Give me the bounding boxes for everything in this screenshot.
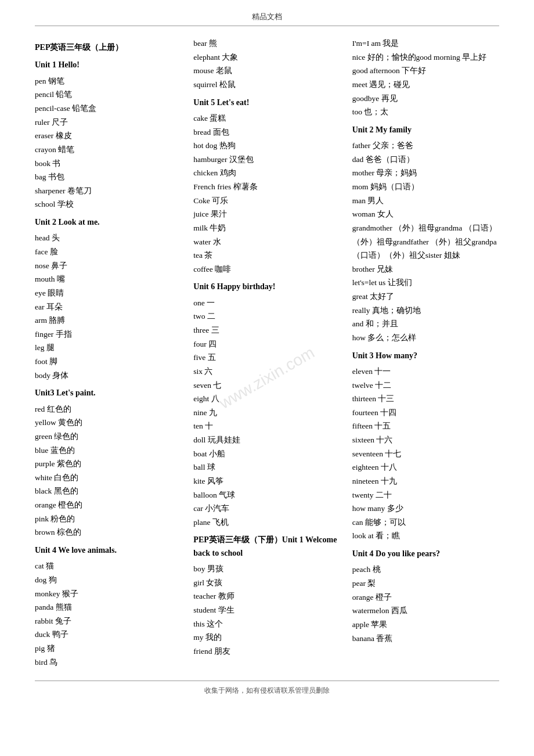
vocab-item: five 五 <box>193 351 340 365</box>
vocab-item: arm 胳膊 <box>35 314 182 327</box>
vocab-item: head 头 <box>35 231 182 245</box>
vocab-item: mouse 老鼠 <box>193 64 340 78</box>
vocab-item: sixteen 十六 <box>352 433 499 447</box>
vocab-item: pencil-case 铅笔盒 <box>35 102 182 116</box>
vocab-item: green 绿色的 <box>35 430 182 444</box>
vocab-item: purple 紫色的 <box>35 457 182 471</box>
vocab-item: blue 蓝色的 <box>35 444 182 458</box>
vocab-item: monkey 猴子 <box>35 587 182 601</box>
vocab-item: can 能够；可以 <box>352 516 499 530</box>
vocab-item: three 三 <box>193 323 340 337</box>
vocab-item: four 四 <box>193 337 340 351</box>
vocab-item: yellow 黄色的 <box>35 416 182 430</box>
vocab-item: fifteen 十五 <box>352 419 499 433</box>
vocab-item: hot dog 热狗 <box>193 139 340 153</box>
vocab-item: red 红色的 <box>35 402 182 416</box>
unit-heading: PEP英语三年级（下册）Unit 1 Welcome back to schoo… <box>193 534 340 560</box>
vocab-item: French fries 榨薯条 <box>193 180 340 194</box>
vocab-item: dad 爸爸（口语） <box>352 153 499 167</box>
vocab-item: banana 香蕉 <box>352 632 499 646</box>
vocab-item: foot 脚 <box>35 355 182 369</box>
vocab-item: bird 鸟 <box>35 656 182 669</box>
vocab-item: girl 女孩 <box>193 576 340 590</box>
vocab-item: car 小汽车 <box>193 502 340 516</box>
vocab-item: nose 鼻子 <box>35 259 182 273</box>
vocab-item: ruler 尺子 <box>35 116 182 129</box>
vocab-item: plane 飞机 <box>193 516 340 530</box>
unit-heading: Unit 6 Happy birthday! <box>193 280 340 293</box>
unit-heading: Unit 2 Look at me. <box>35 216 182 229</box>
unit-heading: Unit 2 My family <box>352 124 499 136</box>
vocab-item: brown 棕色的 <box>35 525 182 539</box>
vocab-item: mom 妈妈（口语） <box>352 180 499 194</box>
unit-heading: Unit 4 Do you like pears? <box>352 548 499 560</box>
vocab-item: pig 猪 <box>35 642 182 656</box>
vocab-item: elephant 大象 <box>193 51 340 64</box>
footer-text: 收集于网络，如有侵权请联系管理员删除 <box>204 686 330 694</box>
vocab-item: cat 猫 <box>35 559 182 573</box>
vocab-item: apple 苹果 <box>352 618 499 632</box>
vocab-item: book 书 <box>35 157 182 171</box>
vocab-item: friend 朋友 <box>193 645 340 658</box>
unit-heading: Unit 5 Let's eat! <box>193 96 340 109</box>
vocab-item: Coke 可乐 <box>193 194 340 208</box>
content-area: PEP英语三年级（上册）Unit 1 Hello!pen 钢笔pencil 铅笔… <box>35 37 499 669</box>
page: 精品文档 www.zixin.com PEP英语三年级（上册）Unit 1 He… <box>0 0 534 756</box>
vocab-item: eleven 十一 <box>352 365 499 379</box>
vocab-item: mother 母亲；妈妈 <box>352 166 499 180</box>
unit-heading: Unit 1 Hello! <box>35 59 182 71</box>
vocab-item: cake 蛋糕 <box>193 111 340 125</box>
vocab-item: great 太好了 <box>352 290 499 304</box>
vocab-item: duck 鸭子 <box>35 628 182 642</box>
vocab-item: grandmother （外）祖母grandma （口语）（外）祖母grandf… <box>352 221 499 262</box>
vocab-item: eye 眼睛 <box>35 286 182 300</box>
vocab-item: orange 橙子 <box>352 591 499 604</box>
vocab-item: twenty 二十 <box>352 488 499 502</box>
vocab-item: nineteen 十九 <box>352 474 499 488</box>
vocab-item: peach 桃 <box>352 563 499 577</box>
vocab-item: too 也；太 <box>352 105 499 119</box>
vocab-item: woman 女人 <box>352 207 499 221</box>
vocab-item: black 黑色的 <box>35 484 182 498</box>
vocab-item: I'm=I am 我是 <box>352 37 499 51</box>
vocab-item: goodbye 再见 <box>352 92 499 106</box>
vocab-item: father 父亲；爸爸 <box>352 139 499 153</box>
vocab-item: milk 牛奶 <box>193 221 340 235</box>
vocab-item: boat 小船 <box>193 447 340 461</box>
vocab-item: sharpener 卷笔刀 <box>35 184 182 198</box>
vocab-item: ear 耳朵 <box>35 300 182 314</box>
vocab-item: teacher 教师 <box>193 589 340 603</box>
bottom-footer: 收集于网络，如有侵权请联系管理员删除 <box>35 681 499 696</box>
vocab-item: nice 好的；愉快的good morning 早上好good afternoo… <box>352 51 499 78</box>
vocab-item: dog 狗 <box>35 573 182 587</box>
vocab-item: coffee 咖啡 <box>193 262 340 276</box>
vocab-item: hamburger 汉堡包 <box>193 153 340 167</box>
vocab-item: look at 看；瞧 <box>352 529 499 543</box>
vocab-item: eighteen 十八 <box>352 460 499 474</box>
vocab-item: leg 腿 <box>35 341 182 355</box>
column-2: bear 熊elephant 大象mouse 老鼠squirrel 松鼠Unit… <box>187 37 346 669</box>
top-header: 精品文档 <box>35 12 499 26</box>
vocab-item: really 真地；确切地 <box>352 304 499 318</box>
vocab-item: eight 八 <box>193 392 340 406</box>
vocab-item: water 水 <box>193 235 340 249</box>
vocab-item: finger 手指 <box>35 327 182 341</box>
vocab-item: chicken 鸡肉 <box>193 166 340 180</box>
vocab-item: nine 九 <box>193 406 340 420</box>
vocab-item: brother 兄妹 <box>352 262 499 276</box>
vocab-item: body 身体 <box>35 369 182 383</box>
vocab-item: boy 男孩 <box>193 562 340 576</box>
vocab-item: seventeen 十七 <box>352 447 499 461</box>
column-1: PEP英语三年级（上册）Unit 1 Hello!pen 钢笔pencil 铅笔… <box>35 37 187 669</box>
header-title: 精品文档 <box>252 12 282 21</box>
vocab-item: white 白色的 <box>35 471 182 485</box>
vocab-item: twelve 十二 <box>352 379 499 393</box>
vocab-item: one 一 <box>193 296 340 310</box>
vocab-item: this 这个 <box>193 617 340 631</box>
vocab-item: doll 玩具娃娃 <box>193 433 340 447</box>
vocab-item: kite 风筝 <box>193 474 340 488</box>
vocab-item: watermelon 西瓜 <box>352 604 499 618</box>
vocab-item: tea 茶 <box>193 249 340 262</box>
vocab-item: juice 果汁 <box>193 207 340 221</box>
vocab-item: eraser 橡皮 <box>35 129 182 143</box>
